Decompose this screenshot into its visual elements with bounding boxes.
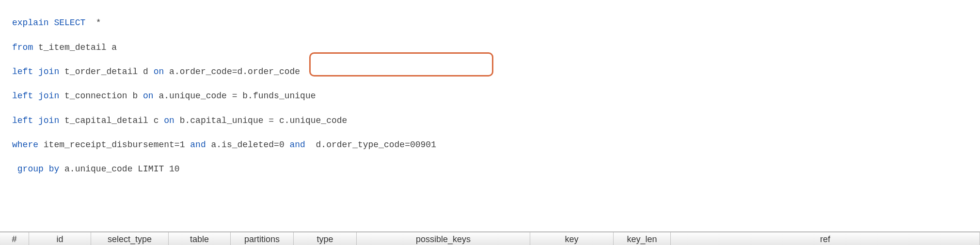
sql-keyword: and [190,140,205,150]
sql-text: t_item_detail a [33,43,117,52]
sql-keyword: join [33,67,59,77]
sql-text: b.capital_unique = c.unique_code [174,116,347,125]
sql-text: item_receipt_disbursement=1 [38,140,190,150]
sql-text: a.unique_code LIMIT 10 [59,164,179,174]
col-header-ref[interactable]: ref [671,232,980,245]
col-header-table[interactable]: table [169,232,231,245]
sql-keyword: left [12,116,33,125]
sql-text: a.order_code=d.order_code [164,67,300,77]
sql-keyword: where [12,140,38,150]
annotation-box-where [309,52,493,77]
sql-keyword: on [143,91,154,101]
col-header-num[interactable]: # [0,232,29,245]
sql-keyword: and [290,140,305,150]
col-header-key-len[interactable]: key_len [614,232,671,245]
sql-keyword: from [12,43,33,52]
sql-text: t_capital_detail c [59,116,164,125]
sql-text: t_connection b [59,91,143,101]
col-header-id[interactable]: id [29,232,91,245]
sql-text: d.order_type_code=00901 [305,140,436,150]
sql-text: a.is_deleted=0 [206,140,290,150]
col-header-partitions[interactable]: partitions [231,232,294,245]
sql-keyword: left [12,67,33,77]
col-header-type[interactable]: type [294,232,357,245]
sql-keyword: left [12,91,33,101]
sql-keyword: on [154,67,164,77]
col-header-select-type[interactable]: select_type [91,232,169,245]
sql-keyword: explain [12,18,49,28]
sql-text: t_order_detail d [59,67,153,77]
sql-keyword: SELECT [54,18,85,28]
explain-grid: # id select_type table partitions type p… [0,232,980,245]
sql-text [49,18,54,28]
sql-keyword: join [33,91,59,101]
sql-editor[interactable]: explain SELECT * from t_item_detail a le… [0,0,980,205]
sql-keyword: by [44,164,59,174]
sql-keyword: join [33,116,59,125]
explain-results: # id select_type table partitions type p… [0,231,980,245]
sql-keyword: on [164,116,174,125]
col-header-possible-keys[interactable]: possible_keys [357,232,530,245]
sql-text: * [85,18,101,28]
sql-text: a.unique_code = b.funds_unique [154,91,316,101]
sql-keyword: group [17,164,44,174]
col-header-key[interactable]: key [530,232,614,245]
